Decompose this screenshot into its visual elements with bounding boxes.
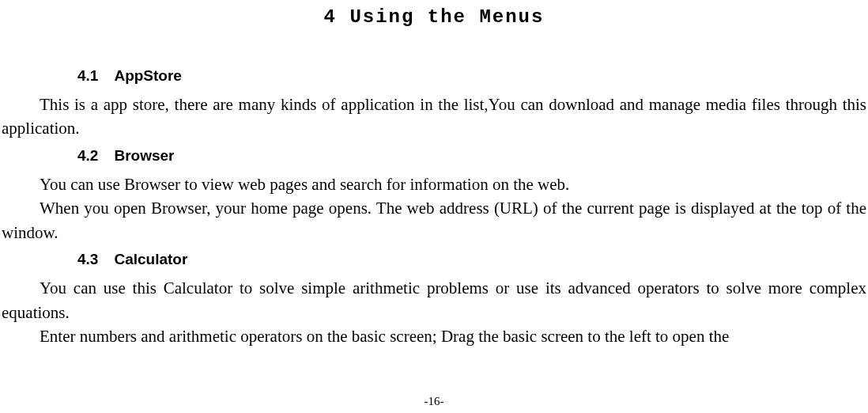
section-heading-4-2: 4.2Browser: [77, 147, 866, 165]
section-heading-4-1: 4.1AppStore: [77, 67, 866, 85]
body-paragraph: When you open Browser, your home page op…: [2, 196, 866, 244]
section-title: Browser: [114, 147, 174, 164]
body-paragraph: You can use Browser to view web pages an…: [2, 172, 866, 196]
document-content: 4 Using the Menus 4.1AppStore This is a …: [0, 6, 868, 349]
chapter-title: 4 Using the Menus: [2, 6, 866, 28]
page-number: -16-: [0, 395, 868, 408]
section-title: AppStore: [114, 67, 182, 84]
section-title: Calculator: [114, 251, 187, 267]
section-number: 4.1: [77, 67, 98, 85]
body-paragraph: This is a app store, there are many kind…: [2, 93, 866, 141]
section-number: 4.3: [77, 251, 98, 268]
section-number: 4.2: [77, 147, 98, 165]
section-heading-4-3: 4.3Calculator: [77, 251, 866, 268]
body-paragraph: You can use this Calculator to solve sim…: [2, 276, 866, 324]
body-paragraph: Enter numbers and arithmetic operators o…: [2, 324, 866, 348]
